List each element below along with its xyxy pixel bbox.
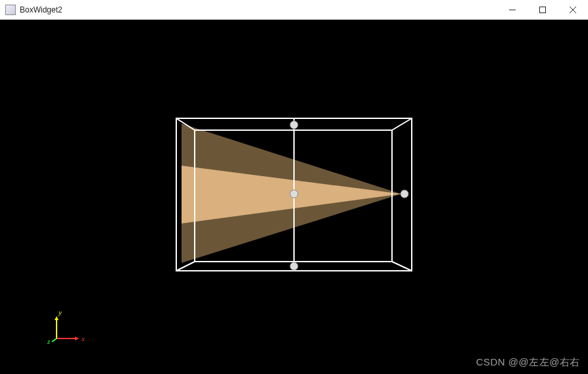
svg-rect-1 [540, 7, 546, 13]
svg-marker-14 [55, 316, 59, 320]
minimize-button[interactable] [497, 0, 527, 20]
svg-line-7 [392, 262, 412, 271]
close-icon [570, 7, 576, 13]
svg-line-5 [392, 118, 412, 130]
window-controls [497, 0, 588, 19]
z-axis [52, 339, 57, 342]
y-axis-label: y [58, 308, 62, 316]
x-axis-label: x [81, 335, 85, 342]
render-viewport[interactable]: x y z CSDN @@左左@右右 [0, 20, 588, 374]
svg-marker-13 [75, 337, 79, 340]
orientation-axes: x y z [46, 308, 86, 348]
svg-line-6 [176, 262, 195, 271]
watermark: CSDN @@左左@右右 [476, 356, 580, 369]
z-axis-label: z [47, 337, 51, 345]
titlebar: BoxWidget2 [0, 0, 588, 20]
title-left: BoxWidget2 [5, 5, 62, 15]
window-title: BoxWidget2 [20, 5, 62, 14]
scene [0, 20, 588, 374]
app-icon [5, 5, 16, 15]
maximize-button[interactable] [527, 0, 558, 20]
maximize-icon [539, 7, 546, 13]
close-button[interactable] [558, 0, 588, 20]
minimize-icon [509, 7, 516, 13]
